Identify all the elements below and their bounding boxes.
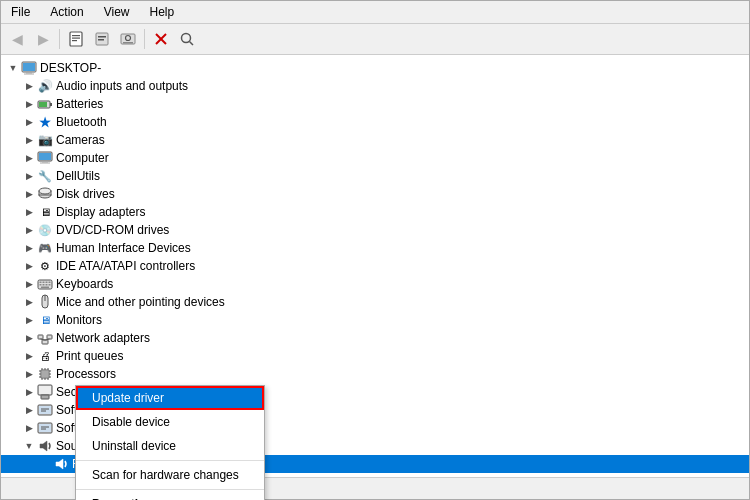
show-hidden-button[interactable]: [90, 27, 114, 51]
svg-point-27: [39, 188, 51, 194]
stor-icon: [37, 474, 53, 477]
security-expander[interactable]: ▶: [21, 384, 37, 400]
display-expander[interactable]: ▶: [21, 204, 37, 220]
monitors-label: Monitors: [56, 313, 102, 327]
svg-rect-19: [50, 103, 52, 106]
svg-line-42: [41, 339, 46, 340]
disk-icon: [37, 186, 53, 202]
security-icon: [37, 384, 53, 400]
tree-batteries[interactable]: ▶ Batteries: [1, 95, 749, 113]
bluetooth-expander[interactable]: ▶: [21, 114, 37, 130]
menu-view[interactable]: View: [98, 3, 136, 21]
processors-label: Processors: [56, 367, 116, 381]
svg-rect-31: [46, 282, 48, 284]
svg-rect-3: [72, 40, 77, 41]
sound-expander[interactable]: ▼: [21, 438, 37, 454]
ide-expander[interactable]: ▶: [21, 258, 37, 274]
batteries-expander[interactable]: ▶: [21, 96, 37, 112]
update-driver-button[interactable]: [116, 27, 140, 51]
computer-item-label: Computer: [56, 151, 109, 165]
toolbar: ◀ ▶: [1, 24, 749, 55]
tree-dellutils[interactable]: ▶ 🔧 DellUtils: [1, 167, 749, 185]
audio-icon: 🔊: [37, 78, 53, 94]
svg-rect-30: [43, 282, 45, 284]
network-label: Network adapters: [56, 331, 150, 345]
menu-action[interactable]: Action: [44, 3, 89, 21]
tree-print[interactable]: ▶ 🖨 Print queues: [1, 347, 749, 365]
dvd-expander[interactable]: ▶: [21, 222, 37, 238]
svg-rect-37: [41, 287, 49, 289]
tree-mice[interactable]: ▶ Mice and other pointing devices: [1, 293, 749, 311]
scan-button[interactable]: [175, 27, 199, 51]
monitors-expander[interactable]: ▶: [21, 312, 37, 328]
svg-rect-40: [38, 335, 43, 339]
tree-root[interactable]: ▼ DESKTOP-: [1, 59, 749, 77]
tree-ide[interactable]: ▶ ⚙ IDE ATA/ATAPI controllers: [1, 257, 749, 275]
computer-expander[interactable]: ▶: [21, 150, 37, 166]
disk-expander[interactable]: ▶: [21, 186, 37, 202]
menu-file[interactable]: File: [5, 3, 36, 21]
svg-rect-23: [42, 161, 48, 163]
tree-computer[interactable]: ▶ Computer: [1, 149, 749, 167]
cameras-icon: 📷: [37, 132, 53, 148]
forward-button[interactable]: ▶: [31, 27, 55, 51]
print-label: Print queues: [56, 349, 123, 363]
tree-monitors[interactable]: ▶ 🖥 Monitors: [1, 311, 749, 329]
context-menu-properties[interactable]: Properties: [76, 492, 264, 500]
svg-rect-36: [49, 284, 51, 286]
properties-button[interactable]: [64, 27, 88, 51]
mice-expander[interactable]: ▶: [21, 294, 37, 310]
svg-rect-39: [42, 340, 48, 344]
keyboards-expander[interactable]: ▶: [21, 276, 37, 292]
menu-help[interactable]: Help: [144, 3, 181, 21]
tree-audio[interactable]: ▶ 🔊 Audio inputs and outputs: [1, 77, 749, 95]
back-button[interactable]: ◀: [5, 27, 29, 51]
sw-devices-expander[interactable]: ▶: [21, 420, 37, 436]
tree-cameras[interactable]: ▶ 📷 Cameras: [1, 131, 749, 149]
print-expander[interactable]: ▶: [21, 348, 37, 364]
svg-rect-62: [39, 406, 51, 414]
stor-expander[interactable]: ▶: [21, 474, 37, 477]
dvd-icon: 💿: [37, 222, 53, 238]
svg-rect-59: [39, 386, 51, 394]
sound-icon: [37, 438, 53, 454]
svg-rect-41: [47, 335, 52, 339]
hid-expander[interactable]: ▶: [21, 240, 37, 256]
dvd-label: DVD/CD-ROM drives: [56, 223, 169, 237]
keyboards-label: Keyboards: [56, 277, 113, 291]
toolbar-sep-1: [59, 29, 60, 49]
sw-components-expander[interactable]: ▶: [21, 402, 37, 418]
tree-processors[interactable]: ▶: [1, 365, 749, 383]
context-menu-scan-hardware[interactable]: Scan for hardware changes: [76, 463, 264, 487]
tree-bluetooth[interactable]: ▶ ★ Bluetooth: [1, 113, 749, 131]
network-expander[interactable]: ▶: [21, 330, 37, 346]
tree-dvd[interactable]: ▶ 💿 DVD/CD-ROM drives: [1, 221, 749, 239]
keyboards-icon: [37, 276, 53, 292]
svg-point-12: [182, 34, 191, 43]
cameras-expander[interactable]: ▶: [21, 132, 37, 148]
tree-network[interactable]: ▶ Network adapters: [1, 329, 749, 347]
dellutils-label: DellUtils: [56, 169, 100, 183]
uninstall-button[interactable]: [149, 27, 173, 51]
tree-hid[interactable]: ▶ 🎮 Human Interface Devices: [1, 239, 749, 257]
svg-rect-2: [72, 38, 80, 39]
print-icon: 🖨: [37, 348, 53, 364]
tree-display[interactable]: ▶ 🖥 Display adapters: [1, 203, 749, 221]
context-menu-disable-device[interactable]: Disable device: [76, 410, 264, 434]
processors-expander[interactable]: ▶: [21, 366, 37, 382]
dellutils-icon: 🔧: [37, 168, 53, 184]
ide-label: IDE ATA/ATAPI controllers: [56, 259, 195, 273]
tree-keyboards[interactable]: ▶ Keyboards: [1, 275, 749, 293]
context-menu-update-driver[interactable]: Update driver: [76, 386, 264, 410]
root-expander[interactable]: ▼: [5, 60, 21, 76]
svg-rect-16: [24, 74, 34, 75]
audio-label: Audio inputs and outputs: [56, 79, 188, 93]
tree-disk[interactable]: ▶ Disk drives: [1, 185, 749, 203]
context-menu-uninstall-device[interactable]: Uninstall device: [76, 434, 264, 458]
bluetooth-label: Bluetooth: [56, 115, 107, 129]
processors-icon: [37, 366, 53, 382]
audio-expander[interactable]: ▶: [21, 78, 37, 94]
svg-rect-32: [49, 282, 51, 284]
dellutils-expander[interactable]: ▶: [21, 168, 37, 184]
context-menu-sep-2: [76, 489, 264, 490]
